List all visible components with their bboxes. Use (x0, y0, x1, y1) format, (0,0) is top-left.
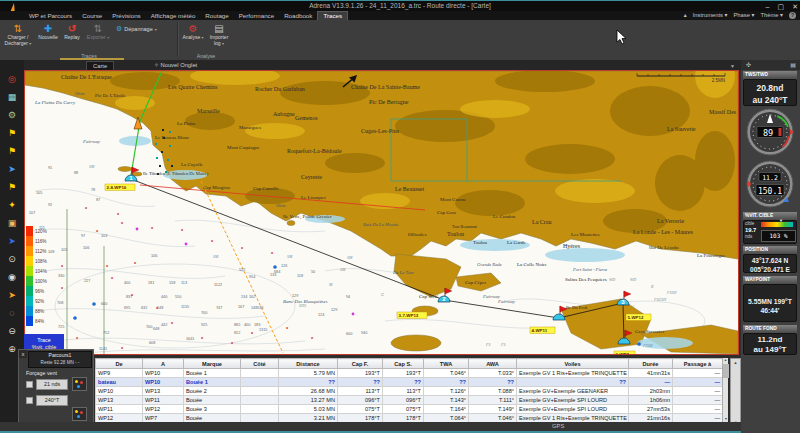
parcours-close-button[interactable]: x (19, 350, 27, 358)
right-menu: ▴ Instruments ▾Phase ▾Thème ▾ ? (684, 11, 796, 20)
table-col-header[interactable]: Cap S. (383, 359, 424, 369)
wind-dir-field[interactable]: 240°T (36, 395, 68, 406)
legend-label: 96% (35, 289, 44, 294)
note-icon[interactable]: ▣ (0, 214, 24, 232)
chart-place-label: SHS (299, 303, 306, 308)
table-col-header[interactable]: Distance (279, 359, 338, 369)
depth-sounding: 600 (346, 332, 352, 336)
table-cell: 5.79 MN (279, 369, 338, 378)
instruments-icon[interactable]: ⚙ (0, 106, 24, 124)
legend-label: 112% (35, 249, 46, 254)
legend-swatch (26, 306, 33, 316)
waypoint-add-icon[interactable]: ⚑ (0, 142, 24, 160)
legend-label: 108% (35, 259, 47, 264)
table-col-header[interactable]: Durée (629, 359, 673, 369)
wind-dir-picker-button[interactable] (72, 407, 87, 421)
maximize-button[interactable]: ▢ (778, 2, 785, 11)
wind-speed-field[interactable]: 21 nds (36, 379, 68, 390)
menu-instruments[interactable]: Instruments ▾ (693, 11, 728, 20)
table-cell: Exemple GV 1 Ris+Exemple TRINQUETTE (517, 369, 629, 378)
tab-dropdown-icon[interactable]: ▼ (730, 63, 735, 69)
legend-tick: 100% (26, 276, 47, 286)
importer-log-button[interactable]: ▤ Importer log ▾ (206, 22, 232, 52)
table-col-header[interactable]: A (143, 359, 184, 369)
chart-area[interactable]: 2.5MN 9188921051071119710310610510810678… (24, 70, 739, 355)
zoom-point-icon[interactable]: ⊙ (0, 250, 24, 268)
waypoint-label: 3-7-WP13 (399, 313, 419, 318)
table-row[interactable]: WP10WP13Bouée 226.68 MN113°T113°TT.126°T… (96, 387, 723, 396)
table-col-header[interactable]: Côté (241, 359, 279, 369)
bar-pointer-icon: ▼ (779, 218, 783, 223)
depth-sounding: 183 (254, 323, 260, 327)
chart-place-label: La Sauvette (667, 126, 696, 132)
table-row[interactable]: WP9WP10Bouée 15.79 MN193°T193°TT.046°T.0… (96, 369, 723, 378)
table-cell: ?? (517, 378, 629, 387)
exporter-button[interactable]: ⇅ Exporter ▾ (85, 22, 111, 52)
wind-speed-picker-button[interactable] (72, 377, 87, 391)
replay-button[interactable]: ↺ Replay (61, 22, 83, 52)
table-col-header[interactable]: De (96, 359, 143, 369)
table-col-header[interactable]: TWA (424, 359, 469, 369)
center-boat-icon[interactable]: ➤ (0, 232, 24, 250)
position-lat: 43°17.624 N (744, 256, 796, 265)
wind-dir-checkbox[interactable] (26, 397, 33, 404)
table-cell: 13.27 MN (279, 396, 338, 405)
menu-tab-affichage-m-t-o[interactable]: Affichage météo (146, 11, 201, 20)
mob-icon[interactable]: ✦ (0, 196, 24, 214)
table-cell: Bouée 1 (184, 378, 241, 387)
zoom-free-icon[interactable]: ◌ (0, 304, 24, 322)
close-button[interactable]: ✕ (792, 2, 798, 11)
menu-phase[interactable]: Phase ▾ (733, 11, 754, 20)
table-cell: T.149° (469, 405, 517, 414)
table-col-header[interactable]: AWA (469, 359, 517, 369)
table-row[interactable]: WP13WP11Bouée13.27 MN096°T096°TT.143°T.1… (96, 396, 723, 405)
wind-angle-value: 89 (763, 128, 773, 138)
help-icon[interactable]: ? (789, 12, 796, 19)
chart-place-label: Cap Canaille (253, 186, 280, 191)
table-col-header[interactable]: Voiles (517, 359, 629, 369)
table-scrollbar[interactable]: ▲ ▼ (722, 358, 728, 422)
menu-tab-wp-et-parcours[interactable]: WP et Parcours (24, 11, 77, 20)
menu-thème[interactable]: Thème ▾ (760, 11, 783, 20)
menu-tab-course[interactable]: Course (77, 11, 107, 20)
minimize-button[interactable]: – (766, 2, 770, 11)
tab-nouvel-onglet[interactable]: ✧ Nouvel Onglet (148, 61, 203, 70)
collapse-ribbon-icon[interactable]: ▴ (684, 11, 687, 20)
depannage-button[interactable]: ⚙ Dépannage ▾ (116, 25, 157, 33)
position-panel: 43°17.624 N 005°20.471 E (743, 254, 797, 273)
side-scrollbar[interactable]: ▲ ▼ (730, 358, 741, 428)
zoom-area-icon[interactable]: ◉ (0, 268, 24, 286)
table-col-header[interactable]: Passage à (673, 359, 723, 369)
menu-tab-routage[interactable]: Routage (200, 11, 233, 20)
wind-icon (80, 381, 83, 384)
menu-tab-roadbook[interactable]: Roadbook (279, 11, 317, 20)
gear-icon[interactable]: ✣ (746, 60, 751, 70)
table-cell: T.143° (424, 396, 469, 405)
scrollbar-thumb[interactable] (723, 364, 729, 378)
marks-icon[interactable]: ⚑ (0, 178, 24, 196)
waypoint-label: 2-8-WP10 (107, 185, 127, 190)
menu-tab-performance[interactable]: Performance (234, 11, 279, 20)
chart-place-label: SM (347, 255, 353, 260)
depth-sounding: 103 (101, 234, 107, 238)
route-icon[interactable]: ⚑ (0, 124, 24, 142)
table-row[interactable]: bateauWP10Bouée 1????????????—— (96, 378, 723, 387)
panel-icon[interactable]: ▤ (790, 60, 796, 70)
table-col-header[interactable]: Cap F. (338, 359, 383, 369)
chart-icon[interactable]: ▦ (0, 88, 24, 106)
waypoint-route-icon[interactable]: ➤ (0, 160, 24, 178)
charger-decharger-button[interactable]: ⇅ Charger / Décharger ▾ (2, 22, 34, 52)
nouvelle-button[interactable]: ✚ Nouvelle (36, 22, 60, 52)
table-row[interactable]: WP11WP12Bouée 35.03 MN075°T075°TT.164°T.… (96, 405, 723, 414)
wind-speed-checkbox[interactable] (26, 381, 33, 388)
table-cell (241, 378, 279, 387)
lifebuoy-icon[interactable]: ◎ (0, 70, 24, 88)
zoom-out-icon[interactable]: ⊖ (0, 322, 24, 340)
analyse-button[interactable]: ⚙ Analyse ▾ (181, 22, 205, 52)
compass-icon[interactable]: ➤ (0, 286, 24, 304)
menu-tab-pr-visions[interactable]: Prévisions (107, 11, 146, 20)
table-col-header[interactable]: Marque (184, 359, 241, 369)
mark-dot-icon (136, 228, 139, 231)
chart-place-label: Massif Des Maures (709, 109, 738, 115)
menu-tab-traces[interactable]: Traces (317, 11, 348, 20)
